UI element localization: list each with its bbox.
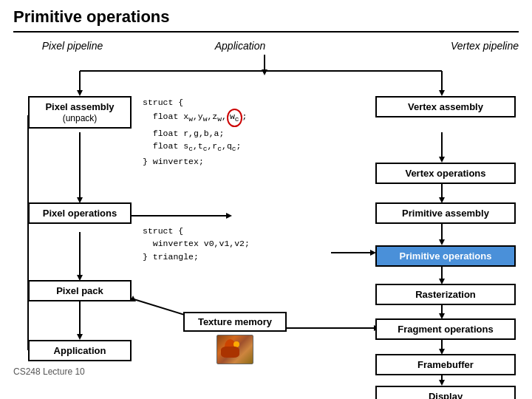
unpack-label: (unpack): [63, 113, 98, 123]
texture-image: [216, 335, 253, 364]
display-label: Display: [429, 391, 463, 399]
code-line-float-sc: float sc,tc,rc,qc;: [143, 140, 327, 155]
primitive-assembly-box: Primitive assembly: [375, 202, 516, 224]
code-line-winvertex-v: winvertex v0,v1,v2;: [143, 237, 327, 250]
svg-marker-13: [77, 334, 83, 340]
header-row: Pixel pipeline Application Vertex pipeli…: [13, 40, 519, 52]
footer-label: CS248 Lecture 10: [13, 366, 85, 377]
texture-memory-label: Texture memory: [198, 316, 272, 327]
framebuffer-box: Framebuffer: [375, 354, 516, 375]
svg-marker-4: [77, 90, 83, 96]
application-header: Application: [166, 40, 314, 52]
code-line-triangle: } triangle;: [143, 250, 327, 263]
pixel-pipeline-header: Pixel pipeline: [13, 40, 132, 52]
code-block-1: struct { float xw,yw,zw,wc; float r,g,b,…: [143, 96, 327, 168]
texture-image-container: [183, 335, 287, 367]
framebuffer-label: Framebuffer: [417, 359, 474, 370]
pixel-operations-label: Pixel operations: [43, 208, 117, 219]
svg-marker-30: [439, 380, 445, 386]
code-block-2: struct { winvertex v0,v1,v2; } triangle;: [143, 225, 327, 263]
primitive-operations-label: Primitive operations: [400, 250, 492, 262]
texture-memory-area: Texture memory: [183, 312, 287, 367]
svg-marker-22: [439, 239, 445, 245]
pixel-operations-box: Pixel operations: [28, 202, 132, 224]
svg-marker-36: [226, 213, 232, 219]
vertex-operations-label: Vertex operations: [405, 168, 485, 179]
svg-marker-1: [262, 69, 267, 75]
application-bottom-box: Application: [28, 340, 132, 361]
code-line-struct1: struct {: [143, 96, 327, 109]
page-title: Primitive operations: [13, 7, 519, 27]
display-box: Display: [375, 386, 516, 399]
vertex-pipeline-header: Vertex pipeline: [349, 40, 519, 52]
rasterization-box: Rasterization: [375, 284, 516, 305]
vertex-assembly-label: Vertex assembly: [408, 101, 483, 112]
code-line-float-rgb: float r,g,b,a;: [143, 127, 327, 140]
title-divider: [13, 31, 519, 33]
svg-marker-7: [439, 90, 445, 96]
pixel-pack-box: Pixel pack: [28, 280, 132, 301]
vertex-assembly-box: Vertex assembly: [375, 96, 516, 117]
primitive-operations-box: Primitive operations: [375, 245, 516, 267]
fragment-operations-box: Fragment operations: [375, 318, 516, 340]
vertex-operations-box: Vertex operations: [375, 163, 516, 184]
page: Primitive operations Pixel pipeline Appl…: [0, 0, 532, 399]
fragment-operations-label: Fragment operations: [398, 324, 493, 335]
svg-marker-18: [439, 157, 445, 163]
code-line-float-xw: float xw,yw,zw,wc;: [143, 109, 327, 127]
diagram: Pixel assembly (unpack) Pixel operations…: [13, 55, 519, 380]
code-line-winvertex: } winvertex;: [143, 155, 327, 168]
texture-memory-box: Texture memory: [183, 312, 287, 332]
application-bottom-label: Application: [54, 345, 106, 356]
primitive-assembly-label: Primitive assembly: [402, 208, 489, 219]
rasterization-label: Rasterization: [415, 289, 476, 300]
pixel-assembly-box: Pixel assembly (unpack): [28, 96, 132, 129]
pixel-assembly-label: Pixel assembly: [45, 101, 114, 112]
pixel-pack-label: Pixel pack: [56, 285, 103, 296]
code-line-struct2: struct {: [143, 225, 327, 237]
